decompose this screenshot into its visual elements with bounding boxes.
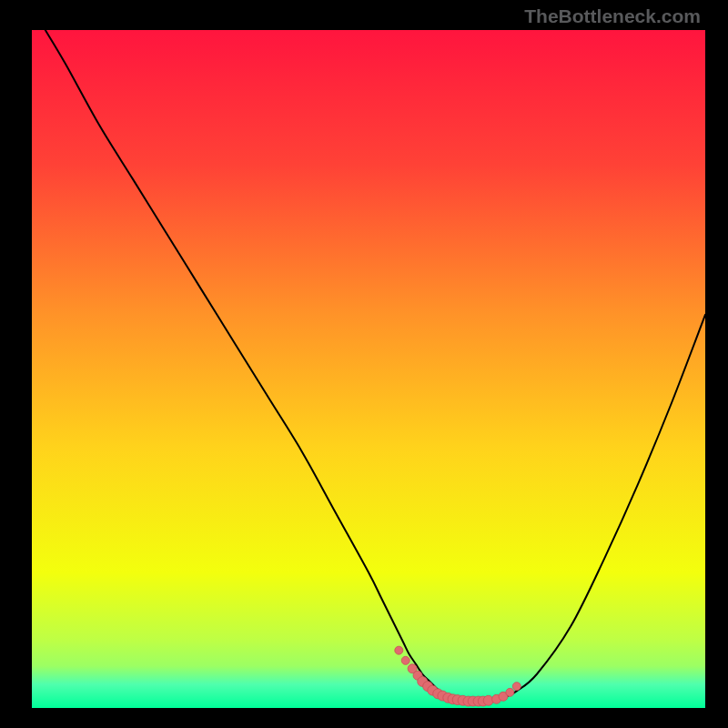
curve-layer [32, 30, 705, 708]
watermark-text: TheBottleneck.com [524, 5, 701, 27]
valley-marker [512, 682, 521, 691]
bottleneck-curve [46, 30, 705, 702]
plot-area [32, 30, 705, 708]
valley-markers [395, 646, 521, 706]
chart-stage: TheBottleneck.com [0, 0, 728, 728]
valley-marker [506, 688, 514, 696]
valley-marker [395, 646, 403, 654]
valley-marker [401, 656, 410, 664]
